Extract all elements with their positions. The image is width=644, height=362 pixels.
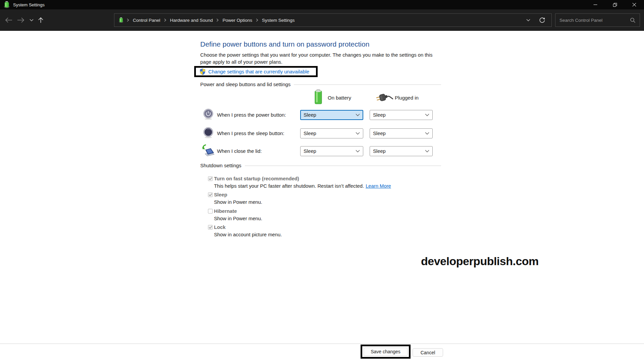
lid-close-row: When I close the lid: Sleep Sleep bbox=[0, 145, 644, 158]
fast-startup-description: This helps start your PC faster after sh… bbox=[214, 183, 391, 189]
chevron-down-icon bbox=[526, 19, 530, 21]
chevron-right-icon bbox=[127, 18, 129, 22]
sleep-item: Sleep Show in Power menu. bbox=[208, 192, 262, 205]
power-button-plugged-in-select[interactable]: Sleep bbox=[370, 110, 433, 120]
select-value: Sleep bbox=[304, 131, 316, 136]
fast-startup-checkbox[interactable] bbox=[208, 176, 213, 181]
select-value: Sleep bbox=[373, 131, 386, 136]
restore-icon bbox=[613, 3, 617, 7]
up-button[interactable] bbox=[36, 9, 46, 31]
sleep-button-label: When I press the sleep button: bbox=[217, 131, 284, 136]
hibernate-description: Show in Power menu. bbox=[214, 216, 262, 221]
system-settings-window: System Settings bbox=[0, 0, 644, 362]
plugged-in-column-label: Plugged in bbox=[395, 95, 419, 101]
lid-close-label: When I close the lid: bbox=[217, 148, 262, 154]
sleep-button-on-battery-select[interactable]: Sleep bbox=[300, 128, 363, 138]
breadcrumb-control-panel[interactable]: Control Panel bbox=[132, 18, 161, 23]
shutdown-section-header: Shutdown settings bbox=[200, 163, 441, 168]
save-changes-button[interactable]: Save changes bbox=[364, 348, 408, 356]
chevron-right-icon bbox=[216, 18, 219, 22]
page-title: Define power buttons and turn on passwor… bbox=[200, 40, 369, 48]
sleep-button-plugged-in-select[interactable]: Sleep bbox=[370, 128, 433, 138]
close-button[interactable] bbox=[625, 0, 644, 9]
arrow-right-icon bbox=[17, 17, 25, 23]
lock-description: Show in account picture menu. bbox=[214, 232, 282, 237]
annotation-box-save: Save changes bbox=[361, 345, 411, 359]
chevron-down-icon bbox=[425, 114, 429, 116]
window-controls bbox=[586, 0, 644, 9]
chevron-down-icon bbox=[425, 132, 429, 135]
power-section-header: Power and sleep buttons and lid settings bbox=[200, 81, 441, 87]
divider bbox=[294, 84, 441, 85]
titlebar: System Settings bbox=[0, 0, 644, 9]
annotation-box-uac: Change settings that are currently unava… bbox=[194, 66, 318, 77]
sleep-button-icon bbox=[203, 127, 214, 139]
breadcrumb-hardware-and-sound[interactable]: Hardware and Sound bbox=[169, 18, 214, 23]
power-button-icon bbox=[203, 108, 214, 120]
navigation-bar: Control Panel Hardware and Sound Power O… bbox=[0, 9, 644, 31]
search-box[interactable] bbox=[555, 13, 640, 27]
select-value: Sleep bbox=[373, 112, 386, 118]
power-button-row: When I press the power button: Sleep Sle… bbox=[0, 109, 644, 122]
fast-startup-item: Turn on fast startup (recommended) This … bbox=[208, 176, 391, 189]
hibernate-checkbox[interactable] bbox=[208, 209, 213, 214]
on-battery-column-label: On battery bbox=[328, 95, 351, 101]
power-button-on-battery-select[interactable]: Sleep bbox=[300, 110, 363, 120]
select-value: Sleep bbox=[304, 112, 316, 118]
chevron-right-icon bbox=[164, 18, 166, 22]
divider bbox=[245, 166, 441, 166]
select-value: Sleep bbox=[373, 148, 386, 154]
sleep-checkbox[interactable] bbox=[208, 192, 213, 197]
arrow-up-icon bbox=[38, 17, 44, 23]
chevron-down-icon bbox=[356, 114, 360, 116]
address-bar[interactable]: Control Panel Hardware and Sound Power O… bbox=[114, 13, 552, 27]
refresh-button[interactable] bbox=[539, 17, 545, 23]
chevron-down-icon bbox=[425, 150, 429, 153]
power-section-title: Power and sleep buttons and lid settings bbox=[200, 81, 290, 87]
window-title: System Settings bbox=[13, 2, 45, 7]
forward-button[interactable] bbox=[15, 9, 26, 31]
lock-label: Lock bbox=[214, 225, 226, 230]
arrow-left-icon bbox=[5, 17, 13, 23]
hibernate-label: Hibernate bbox=[214, 208, 237, 214]
power-options-battery-icon bbox=[3, 1, 10, 8]
watermark: developerpublish.com bbox=[421, 255, 539, 268]
lock-item: Lock Show in account picture menu. bbox=[208, 224, 282, 237]
close-icon bbox=[632, 3, 636, 7]
fast-startup-label: Turn on fast startup (recommended) bbox=[214, 176, 299, 181]
uac-shield-icon bbox=[200, 68, 206, 75]
lid-close-on-battery-select[interactable]: Sleep bbox=[300, 146, 363, 156]
breadcrumb-power-options[interactable]: Power Options bbox=[222, 18, 253, 23]
back-button[interactable] bbox=[3, 9, 14, 31]
cancel-button[interactable]: Cancel bbox=[413, 348, 443, 357]
chevron-down-icon bbox=[356, 150, 360, 153]
change-settings-link[interactable]: Change settings that are currently unava… bbox=[208, 69, 309, 74]
hibernate-item: Hibernate Show in Power menu. bbox=[208, 208, 262, 221]
learn-more-link[interactable]: Learn More bbox=[366, 183, 391, 189]
refresh-icon bbox=[539, 17, 545, 23]
minimize-icon bbox=[593, 3, 597, 7]
lock-checkbox[interactable] bbox=[208, 225, 213, 230]
select-value: Sleep bbox=[304, 148, 316, 154]
battery-icon bbox=[314, 89, 323, 105]
minimize-button[interactable] bbox=[586, 0, 605, 9]
footer-divider bbox=[0, 344, 644, 344]
sleep-label: Sleep bbox=[214, 192, 227, 197]
magnifier-icon bbox=[630, 17, 636, 23]
sleep-button-row: When I press the sleep button: Sleep Sle… bbox=[0, 128, 644, 140]
plug-icon bbox=[376, 92, 393, 103]
lid-close-icon bbox=[202, 144, 215, 157]
search-input[interactable] bbox=[559, 18, 630, 23]
maximize-button[interactable] bbox=[605, 0, 625, 9]
shutdown-section-title: Shutdown settings bbox=[200, 163, 241, 168]
address-dropdown-button[interactable] bbox=[526, 19, 530, 21]
recent-pages-button[interactable] bbox=[28, 9, 36, 31]
intro-text: Choose the power settings that you want … bbox=[200, 52, 444, 66]
chevron-down-icon bbox=[356, 132, 360, 135]
breadcrumb-system-settings[interactable]: System Settings bbox=[261, 18, 296, 23]
power-button-label: When I press the power button: bbox=[217, 112, 286, 118]
lid-close-plugged-in-select[interactable]: Sleep bbox=[370, 146, 433, 156]
chevron-down-icon bbox=[30, 19, 34, 21]
chevron-right-icon bbox=[256, 18, 258, 22]
sleep-description: Show in Power menu. bbox=[214, 199, 262, 205]
